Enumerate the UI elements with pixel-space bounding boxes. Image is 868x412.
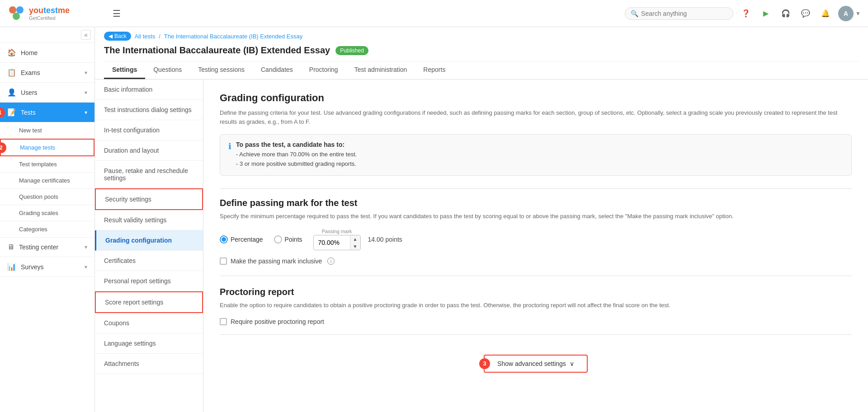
proctoring-checkbox[interactable]: [220, 318, 227, 325]
tab-test-administration[interactable]: Test administration: [346, 61, 415, 79]
sidebar-item-users[interactable]: 👤 Users ▾: [0, 83, 94, 103]
breadcrumb-all-tests[interactable]: All tests: [135, 33, 156, 40]
breadcrumb-separator: /: [159, 33, 160, 40]
radio-points[interactable]: Points: [274, 235, 302, 243]
settings-layout: Basic information Test instructions dial…: [95, 80, 868, 412]
show-advanced-settings-button[interactable]: 3 Show advanced settings ∨: [484, 355, 588, 373]
sidebar-item-tests[interactable]: 1 📝 Tests ▾: [0, 103, 94, 122]
settings-menu-pause-retake[interactable]: Pause, retake and reschedule settings: [95, 161, 203, 188]
avatar-button[interactable]: A ▼: [838, 6, 861, 21]
settings-menu-personal-report[interactable]: Personal report settings: [95, 271, 203, 291]
settings-menu-score-report[interactable]: Score report settings: [95, 291, 203, 313]
tabs-row: Settings Questions Testing sessions Cand…: [104, 61, 859, 79]
sidebar-item-testing-center[interactable]: 🖥 Testing center ▾: [0, 238, 94, 257]
proctoring-checkbox-row: Require positive proctoring report: [220, 318, 852, 325]
headset-button[interactable]: 🎧: [778, 6, 793, 21]
grading-info-box: ℹ To pass the test, a candidate has to: …: [220, 134, 852, 176]
info-box-line2: - 3 or more positive submitted grading r…: [236, 159, 357, 169]
logo-text: youtestme GetCertified: [29, 6, 70, 21]
top-header: youtestme GetCertified ☰ 🔍 ❓ ▶ 🎧 💬 🔔 A ▼: [0, 0, 868, 27]
settings-menu-duration-layout[interactable]: Duration and layout: [95, 140, 203, 161]
sidebar-label-users: Users: [21, 89, 38, 96]
manage-tests-step-badge: 2: [0, 142, 6, 153]
sidebar-sub-new-test[interactable]: New test: [0, 122, 94, 139]
manage-tests-label: Manage tests: [20, 144, 55, 151]
grading-config-desc: Define the passing criteria for your tes…: [220, 108, 852, 126]
published-badge: Published: [335, 46, 368, 55]
hamburger-button[interactable]: ☰: [109, 6, 124, 21]
spinner-down[interactable]: ▼: [350, 243, 360, 250]
tab-questions[interactable]: Questions: [145, 61, 190, 79]
advanced-chevron-icon: ∨: [570, 360, 574, 367]
surveys-arrow-icon: ▾: [85, 264, 87, 270]
surveys-icon: 📊: [7, 262, 16, 271]
notification-button[interactable]: 🔔: [818, 6, 833, 21]
sidebar-item-home[interactable]: 🏠 Home: [0, 43, 94, 63]
content-area: ◀ Back All tests / The International Bac…: [95, 27, 868, 412]
search-icon: 🔍: [631, 10, 638, 17]
passing-mark-input[interactable]: [314, 236, 350, 249]
advanced-btn-container: 3 Show advanced settings ∨: [220, 344, 852, 373]
main-layout: « 🏠 Home 📋 Exams ▾ 👤 Users ▾ 1 📝 Tests ▾…: [0, 27, 868, 412]
tab-proctoring[interactable]: Proctoring: [301, 61, 346, 79]
inclusive-checkbox[interactable]: [220, 258, 227, 265]
tests-step-badge: 1: [0, 108, 5, 117]
inclusive-info-icon[interactable]: i: [327, 258, 335, 265]
passing-mark-desc: Specify the minimum percentage required …: [220, 212, 852, 221]
radio-percentage-label: Percentage: [231, 236, 263, 243]
settings-menu-language[interactable]: Language settings: [95, 333, 203, 354]
page-title: The International Baccalaureate (IB) Ext…: [104, 45, 330, 56]
section-divider-3: [220, 334, 852, 335]
passing-mark-input-group: Passing mark ▲ ▼ 14.00 points: [313, 229, 402, 250]
tab-candidates[interactable]: Candidates: [253, 61, 301, 79]
chat-button[interactable]: 💬: [798, 6, 813, 21]
settings-menu-coupons[interactable]: Coupons: [95, 313, 203, 333]
sidebar-sub-manage-tests[interactable]: 2 Manage tests: [0, 139, 94, 156]
settings-menu-certificates[interactable]: Certificates: [95, 251, 203, 271]
search-box[interactable]: 🔍: [625, 7, 733, 20]
sidebar-label-tests: Tests: [21, 109, 36, 116]
passing-mark-label: Passing mark: [322, 229, 352, 234]
testing-center-arrow-icon: ▾: [85, 244, 87, 250]
tab-settings[interactable]: Settings: [104, 61, 145, 79]
breadcrumb-row: ◀ Back All tests / The International Bac…: [104, 27, 859, 42]
breadcrumb-current: The International Baccalaureate (IB) Ext…: [164, 33, 302, 40]
settings-menu-attachments[interactable]: Attachments: [95, 354, 203, 374]
settings-menu-result-validity[interactable]: Result validity settings: [95, 210, 203, 230]
search-input[interactable]: [641, 10, 727, 17]
radio-points-label: Points: [285, 236, 302, 243]
sidebar-item-surveys[interactable]: 📊 Surveys ▾: [0, 257, 94, 277]
sidebar-sub-grading-scales[interactable]: Grading scales: [0, 205, 94, 221]
settings-menu-in-test-config[interactable]: In-test configuration: [95, 120, 203, 140]
svg-point-1: [16, 6, 24, 14]
sidebar-label-surveys: Surveys: [21, 263, 44, 271]
tab-reports[interactable]: Reports: [415, 61, 453, 79]
settings-menu-grading-config[interactable]: Grading configuration: [95, 230, 203, 251]
svg-point-2: [13, 13, 20, 20]
radio-percentage[interactable]: Percentage: [220, 235, 263, 243]
info-box-icon: ℹ: [228, 141, 231, 151]
play-button[interactable]: ▶: [759, 6, 773, 21]
settings-menu-security[interactable]: Security settings: [95, 188, 203, 210]
proctoring-title: Proctoring report: [220, 287, 852, 297]
tab-testing-sessions[interactable]: Testing sessions: [190, 61, 253, 79]
sidebar-sub-manage-certificates[interactable]: Manage certificates: [0, 173, 94, 189]
tests-arrow-icon: ▾: [85, 109, 87, 116]
sidebar-label-testing-center: Testing center: [19, 243, 58, 251]
sidebar-label-home: Home: [21, 49, 38, 56]
avatar: A: [838, 6, 854, 21]
sidebar-sub-test-templates[interactable]: Test templates: [0, 156, 94, 173]
main-content-panel: Grading configuration Define the passing…: [203, 80, 868, 412]
spinner-up[interactable]: ▲: [350, 235, 360, 243]
sidebar-sub-categories[interactable]: Categories: [0, 221, 94, 238]
settings-menu-basic-info[interactable]: Basic information: [95, 80, 203, 100]
settings-menu-test-instructions[interactable]: Test instructions dialog settings: [95, 100, 203, 120]
back-button[interactable]: ◀ Back: [104, 32, 131, 41]
proctoring-section: Proctoring report Enable the option to r…: [220, 287, 852, 325]
collapse-button[interactable]: «: [81, 30, 91, 40]
sidebar-item-exams[interactable]: 📋 Exams ▾: [0, 63, 94, 83]
help-button[interactable]: ❓: [739, 6, 753, 21]
advanced-step-badge: 3: [479, 358, 490, 369]
sidebar-sub-question-pools[interactable]: Question pools: [0, 189, 94, 205]
passing-mark-input-wrap: ▲ ▼: [313, 235, 361, 250]
